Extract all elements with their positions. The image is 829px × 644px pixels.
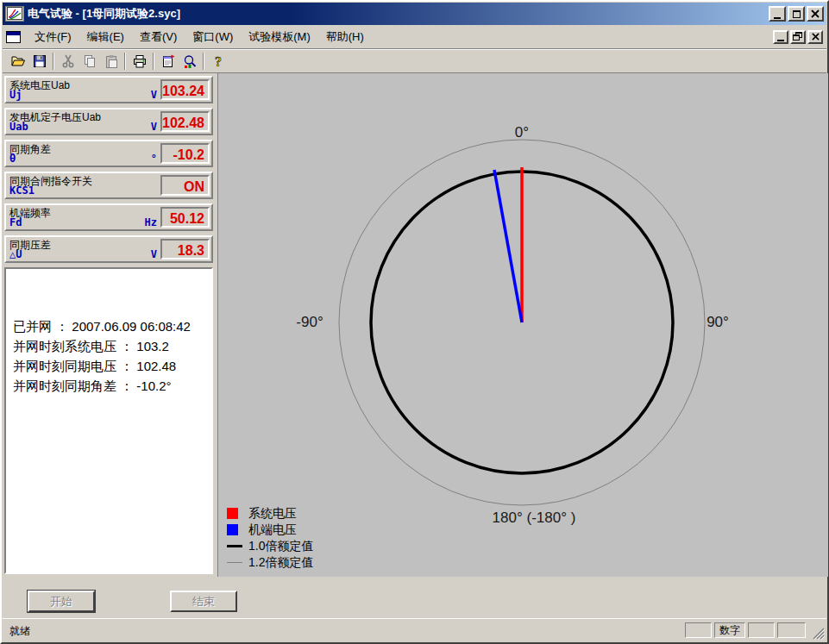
terminal-voltage-needle [494,170,522,322]
field-close-command-switch: 同期合闸指令开关 KCS1 ON [4,172,213,199]
field-value: 18.3 [160,239,210,259]
legend-red-square-icon [227,508,242,519]
field-terminal-frequency: 机端频率 Fd Hz 50.12 [4,203,213,231]
mdi-minimize-button[interactable] [773,30,788,44]
legend-label: 系统电压 [248,506,297,522]
maximize-icon [793,10,801,18]
field-unit: V [151,89,157,101]
status-cell-scrl [748,622,775,638]
dial-label-90: 90° [707,314,729,330]
legend-label: 1.0倍额定值 [248,539,313,554]
mdi-restore-button[interactable] [790,30,806,44]
preview-button[interactable] [179,51,200,72]
resize-grip[interactable] [812,627,825,640]
field-value: 50.12 [160,207,210,228]
menu-template[interactable]: 试验模板(M) [241,27,318,47]
field-system-voltage: 系统电压Uab Uj V 103.24 [4,76,213,103]
legend-label: 1.2倍额定值 [248,555,313,571]
legend-item-rated-1-2: 1.2倍额定值 [227,554,313,571]
mdi-minimize-icon [777,40,784,41]
cut-button[interactable] [57,51,79,72]
save-button[interactable] [28,51,50,72]
dial-label-180: 180° (-180° ) [493,510,576,526]
field-value: -10.2 [160,143,210,164]
preview-magnifier-icon [182,53,198,69]
toolbar-separator [153,53,154,70]
legend-gray-line-icon [227,562,242,563]
log-line: 已并网 ： 2007.06.09 06:08:42 [13,316,208,336]
field-unit: V [151,121,157,133]
field-value: 103.24 [160,79,210,100]
action-strip: 开始 结束 [3,577,826,617]
svg-text:?: ? [215,53,222,68]
field-unit: V [151,248,157,260]
template-form-icon [160,53,176,69]
legend: 系统电压 机端电压 1.0倍额定值 1.2倍额定值 [227,505,313,571]
dial-label-minus90: -90° [296,314,323,330]
mdi-close-icon [812,33,820,41]
toolbar: ? [3,48,826,72]
close-icon [811,9,820,18]
title-bar: 电气试验 - [1母同期试验2.syc] [3,3,826,25]
toolbar-separator [124,53,126,70]
field-stator-voltage: 发电机定子电压Uab Uab V 102.48 [4,108,213,135]
status-cell-num: 数字 [714,622,745,638]
dial-label-0: 0° [515,124,529,141]
close-button[interactable] [807,6,824,22]
legend-item-rated-1-0: 1.0倍额定值 [227,538,313,554]
toolbar-separator [53,53,54,70]
print-icon [132,53,148,69]
synchroscope-dial: 0° -90° 90° 180° (-180° ) [218,73,829,577]
sync-log-panel: 已并网 ： 2007.06.09 06:08:42 并网时刻系统电压 ： 103… [4,267,213,574]
menu-bar: 文件(F) 编辑(E) 查看(V) 窗口(W) 试验模板(M) 帮助(H) [3,25,826,48]
field-symbol: Fd [9,216,22,228]
synchroscope-area: 0° -90° 90° 180° (-180° ) 系统电压 机端电压 1.0倍… [217,73,828,577]
menu-file[interactable]: 文件(F) [27,27,79,47]
field-symbol: θ [9,153,16,165]
toolbar-separator [203,53,204,70]
field-sync-angle: 同期角差 θ ° -10.2 [4,140,213,167]
field-symbol: KCS1 [9,184,35,197]
copy-button[interactable] [79,51,100,72]
help-button[interactable]: ? [207,51,229,72]
start-button[interactable]: 开始 [28,591,95,612]
mdi-restore-icon [793,32,803,41]
field-sync-voltage-diff: 同期压差 △U V 18.3 [4,235,213,263]
field-symbol: Uj [9,89,22,101]
app-chart-icon [5,6,24,22]
minimize-icon [774,17,781,19]
paste-button[interactable] [100,51,122,72]
legend-blue-square-icon [227,524,242,535]
menu-window[interactable]: 窗口(W) [185,27,241,47]
maximize-button[interactable] [788,6,805,22]
log-line: 并网时刻同期电压 ： 102.48 [13,356,208,376]
legend-item-system-voltage: 系统电压 [227,505,313,522]
field-unit: ° [151,153,157,165]
end-button[interactable]: 结束 [170,591,237,612]
legend-black-line-icon [227,545,242,547]
mdi-close-button[interactable] [807,30,823,44]
field-unit: Hz [145,216,157,228]
template-button[interactable] [157,51,179,72]
status-cell-extra [777,622,806,638]
cut-icon [60,53,76,69]
menu-edit[interactable]: 编辑(E) [79,27,132,47]
status-ready-text: 就绪 [9,624,30,639]
menu-help[interactable]: 帮助(H) [318,27,372,47]
help-icon: ? [210,53,226,69]
open-button[interactable] [7,51,28,72]
log-line: 并网时刻系统电压 ： 103.2 [13,336,208,356]
save-icon [32,53,47,69]
legend-item-terminal-voltage: 机端电压 [227,522,313,538]
paste-icon [104,53,119,69]
document-window-icon [6,31,21,43]
field-value: 102.48 [160,111,210,132]
minimize-button[interactable] [769,6,786,22]
status-cell-caps [685,622,712,638]
status-bar: 就绪 数字 [3,618,826,641]
client-area: 系统电压Uab Uj V 103.24 发电机定子电压Uab Uab V 102… [3,72,826,617]
menu-view[interactable]: 查看(V) [132,27,185,47]
legend-label: 机端电压 [248,522,297,538]
copy-icon [82,53,97,69]
print-button[interactable] [129,51,150,72]
